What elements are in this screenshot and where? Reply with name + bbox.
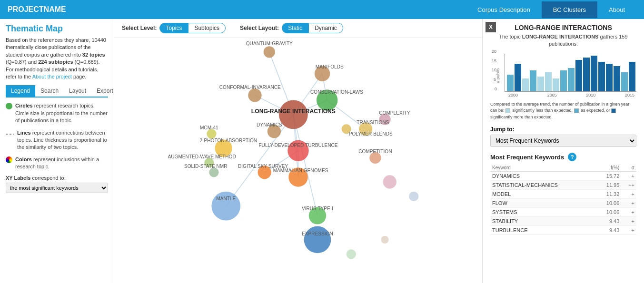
svg-point-17 xyxy=(359,122,372,136)
bar xyxy=(621,72,628,91)
header: PROJECTNAME Corpus Description BC Cluste… xyxy=(0,0,644,19)
center-panel: Select Level: Topics Subtopics Select La… xyxy=(114,19,482,283)
jump-section: Jump to: Most Frequent Keywords xyxy=(483,124,644,151)
main-nav: Corpus Description BC Clusters About xyxy=(466,1,636,18)
keyword-name: SYSTEMS xyxy=(490,208,595,217)
svg-text:QUANTUM-GRAVITY: QUANTUM-GRAVITY xyxy=(246,41,293,46)
tab-export[interactable]: Export xyxy=(91,85,114,97)
bar xyxy=(522,78,529,91)
keyword-freq: 9.43 xyxy=(595,217,621,226)
svg-point-28 xyxy=(258,166,271,179)
nav-bc-clusters[interactable]: BC Clusters xyxy=(542,1,597,18)
bar-x-labels: 2000 2005 2010 2015 xyxy=(505,92,636,98)
bar-chart-container: # publis 0 5 10 15 20 2000 2005 2010 201… xyxy=(483,52,644,99)
col-freq: f(%) xyxy=(595,164,621,172)
keyword-name: FLOW xyxy=(490,199,595,208)
keyword-name: TURBULENCE xyxy=(490,226,595,235)
sidebar: Thematic Map Based on the references the… xyxy=(0,19,114,283)
tab-layout[interactable]: Layout xyxy=(64,85,91,97)
svg-text:CONFORMAL-INVARIANCE: CONFORMAL-INVARIANCE xyxy=(219,85,281,90)
labels-section: XY Labels correspond to: the most signif… xyxy=(6,175,108,193)
keyword-sigma: + xyxy=(621,190,636,199)
bar xyxy=(537,77,544,91)
bar xyxy=(583,58,590,91)
keyword-name: MODEL xyxy=(490,190,595,199)
svg-point-13 xyxy=(264,46,275,58)
circle-icon xyxy=(6,103,12,110)
x-label-2000: 2000 xyxy=(508,93,518,98)
layout-static-btn[interactable]: Static xyxy=(282,23,308,33)
bar xyxy=(553,78,559,91)
bar xyxy=(606,64,613,91)
svg-point-36 xyxy=(381,236,389,244)
keyword-freq: 10.06 xyxy=(595,208,621,217)
keywords-help-button[interactable]: ? xyxy=(568,153,576,161)
labels-dropdown[interactable]: the most significant keywords xyxy=(6,183,108,193)
level-subtopics-btn[interactable]: Subtopics xyxy=(188,23,226,33)
keyword-sigma: ++ xyxy=(621,181,636,190)
bar xyxy=(515,64,521,91)
keyword-freq: 9.43 xyxy=(595,226,621,235)
layout-dynamic-btn[interactable]: Dynamic xyxy=(308,23,343,33)
keyword-freq: 10.06 xyxy=(595,199,621,208)
bar xyxy=(507,75,514,91)
tab-search[interactable]: Search xyxy=(35,85,64,97)
x-label-2015: 2015 xyxy=(625,93,634,98)
keyword-row: STATISTICAL-MECHANICS 11.95 ++ xyxy=(490,181,636,190)
jump-dropdown[interactable]: Most Frequent Keywords xyxy=(490,135,636,147)
svg-point-15 xyxy=(248,88,261,102)
legend-colors: Colors represent inclusions within a res… xyxy=(6,156,108,171)
keyword-name: STATISTICAL-MECHANICS xyxy=(490,181,595,190)
keyword-freq: 11.32 xyxy=(595,190,621,199)
keyword-row: DYNAMICS 15.72 + xyxy=(490,172,636,181)
level-topics-btn[interactable]: Topics xyxy=(159,23,188,33)
keyword-row: STABILITY 9.43 + xyxy=(490,217,636,226)
svg-point-29 xyxy=(288,167,307,186)
panel-title: LONG-RANGE INTERACTIONS xyxy=(483,19,644,33)
legend-lines: Lines represent connections between topi… xyxy=(6,129,108,151)
svg-point-19 xyxy=(268,125,281,138)
svg-point-30 xyxy=(211,192,240,221)
keywords-section: Most Frequent Keywords ? Keyword f(%) σ … xyxy=(483,151,644,239)
keyword-row: MODEL 11.32 + xyxy=(490,190,636,199)
panel-subtitle: The topic LONG-RANGE INTERACTIONS gather… xyxy=(483,33,644,52)
controls-bar: Select Level: Topics Subtopics Select La… xyxy=(114,19,482,38)
bar xyxy=(598,62,605,91)
level-btn-group: Topics Subtopics xyxy=(159,23,226,33)
sidebar-title: Thematic Map xyxy=(6,24,108,34)
bar xyxy=(560,70,567,91)
svg-point-24 xyxy=(207,129,216,138)
sidebar-description: Based on the references they share, 1044… xyxy=(6,37,108,80)
svg-point-33 xyxy=(383,175,396,188)
level-label: Select Level: xyxy=(122,25,157,31)
keyword-name: STABILITY xyxy=(490,217,595,226)
network-map[interactable]: QUANTUM-GRAVITY MANIFOLDS CONFORMAL-INVA… xyxy=(114,38,482,283)
layout-label: Select Layout: xyxy=(240,25,279,31)
keyword-name: DYNAMICS xyxy=(490,172,595,181)
about-link[interactable]: About the project xyxy=(32,74,72,79)
svg-point-20 xyxy=(279,100,308,129)
keywords-header: Most Frequent Keywords ? xyxy=(490,153,636,161)
tab-legend[interactable]: Legend xyxy=(6,85,35,97)
close-button[interactable]: X xyxy=(485,22,496,32)
svg-point-14 xyxy=(315,66,330,81)
x-label-2010: 2010 xyxy=(586,93,595,98)
labels-sub: correspond to: xyxy=(32,175,65,181)
color-icon xyxy=(6,156,12,164)
bar xyxy=(629,62,635,91)
keyword-sigma: + xyxy=(621,226,636,235)
keyword-sigma: + xyxy=(621,208,636,217)
x-label-2005: 2005 xyxy=(547,93,557,98)
nav-about[interactable]: About xyxy=(597,1,636,18)
keyword-sigma: + xyxy=(621,217,636,226)
nav-corpus[interactable]: Corpus Description xyxy=(466,1,542,18)
svg-point-23 xyxy=(369,152,381,164)
svg-text:CONSERVATION-LAWS: CONSERVATION-LAWS xyxy=(310,89,363,95)
bar xyxy=(530,70,536,91)
sidebar-tabs: Legend Search Layout Export xyxy=(6,85,108,98)
keyword-row: FLOW 10.06 + xyxy=(490,199,636,208)
jump-label: Jump to: xyxy=(490,126,636,133)
keyword-freq: 11.95 xyxy=(595,181,621,190)
line-icon xyxy=(6,130,14,136)
bar xyxy=(591,56,597,91)
